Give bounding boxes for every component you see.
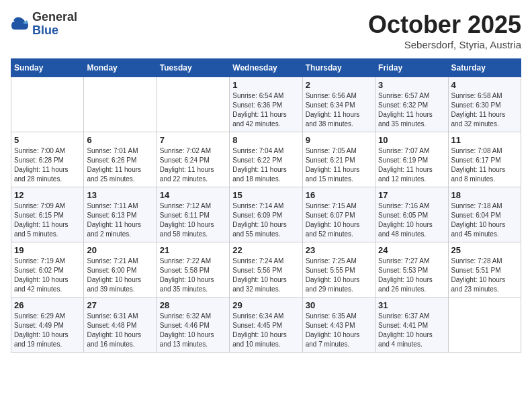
weekday-header-tuesday: Tuesday — [157, 59, 229, 77]
day-number: 3 — [378, 80, 445, 90]
day-info: Sunrise: 7:00 AM Sunset: 6:28 PM Dayligh… — [14, 146, 81, 184]
title-block: October 2025 Sebersdorf, Styria, Austria — [368, 11, 521, 50]
day-number: 11 — [451, 135, 518, 145]
month-title: October 2025 — [368, 11, 521, 39]
day-number: 17 — [378, 190, 445, 200]
day-info: Sunrise: 6:37 AM Sunset: 4:41 PM Dayligh… — [378, 312, 445, 349]
day-info: Sunrise: 6:58 AM Sunset: 6:30 PM Dayligh… — [451, 91, 518, 129]
calendar-cell: 13Sunrise: 7:11 AM Sunset: 6:13 PM Dayli… — [84, 187, 157, 242]
calendar-cell: 14Sunrise: 7:12 AM Sunset: 6:11 PM Dayli… — [157, 187, 229, 242]
calendar-cell: 30Sunrise: 6:35 AM Sunset: 4:43 PM Dayli… — [302, 298, 375, 353]
day-info: Sunrise: 7:25 AM Sunset: 5:55 PM Dayligh… — [306, 257, 372, 294]
weekday-header-thursday: Thursday — [302, 59, 375, 77]
day-info: Sunrise: 7:01 AM Sunset: 6:26 PM Dayligh… — [87, 146, 153, 184]
day-number: 28 — [160, 300, 226, 310]
day-info: Sunrise: 7:22 AM Sunset: 5:58 PM Dayligh… — [160, 257, 226, 294]
calendar-week-3: 12Sunrise: 7:09 AM Sunset: 6:15 PM Dayli… — [11, 187, 521, 242]
day-number: 31 — [378, 300, 445, 310]
day-info: Sunrise: 6:56 AM Sunset: 6:34 PM Dayligh… — [306, 91, 372, 129]
day-info: Sunrise: 7:07 AM Sunset: 6:19 PM Dayligh… — [378, 146, 445, 184]
day-info: Sunrise: 7:11 AM Sunset: 6:13 PM Dayligh… — [87, 201, 153, 239]
calendar-cell: 31Sunrise: 6:37 AM Sunset: 4:41 PM Dayli… — [375, 298, 448, 353]
weekday-header-saturday: Saturday — [448, 59, 521, 77]
calendar-cell: 12Sunrise: 7:09 AM Sunset: 6:15 PM Dayli… — [11, 187, 84, 242]
calendar-cell: 11Sunrise: 7:08 AM Sunset: 6:17 PM Dayli… — [448, 132, 521, 187]
day-number: 9 — [306, 135, 372, 145]
calendar-cell: 22Sunrise: 7:24 AM Sunset: 5:56 PM Dayli… — [230, 242, 302, 298]
calendar-cell: 18Sunrise: 7:18 AM Sunset: 6:04 PM Dayli… — [448, 187, 521, 242]
day-number: 30 — [306, 300, 372, 310]
calendar-cell: 4Sunrise: 6:58 AM Sunset: 6:30 PM Daylig… — [448, 77, 521, 132]
weekday-header-friday: Friday — [375, 59, 448, 77]
calendar-cell: 5Sunrise: 7:00 AM Sunset: 6:28 PM Daylig… — [11, 132, 84, 187]
day-info: Sunrise: 6:32 AM Sunset: 4:46 PM Dayligh… — [160, 312, 226, 349]
calendar-cell: 9Sunrise: 7:05 AM Sunset: 6:21 PM Daylig… — [302, 132, 375, 187]
weekday-header-wednesday: Wednesday — [230, 59, 302, 77]
day-number: 25 — [451, 245, 518, 255]
calendar-cell: 25Sunrise: 7:28 AM Sunset: 5:51 PM Dayli… — [448, 242, 521, 298]
calendar-cell — [84, 77, 157, 132]
logo-icon — [11, 15, 30, 34]
calendar-cell: 26Sunrise: 6:29 AM Sunset: 4:49 PM Dayli… — [11, 298, 84, 353]
calendar-cell: 23Sunrise: 7:25 AM Sunset: 5:55 PM Dayli… — [302, 242, 375, 298]
day-number: 6 — [87, 135, 153, 145]
calendar-cell: 7Sunrise: 7:02 AM Sunset: 6:24 PM Daylig… — [157, 132, 229, 187]
day-info: Sunrise: 7:09 AM Sunset: 6:15 PM Dayligh… — [14, 201, 81, 239]
day-number: 16 — [306, 190, 372, 200]
day-info: Sunrise: 7:02 AM Sunset: 6:24 PM Dayligh… — [160, 146, 226, 184]
day-info: Sunrise: 6:29 AM Sunset: 4:49 PM Dayligh… — [14, 312, 81, 349]
day-info: Sunrise: 7:27 AM Sunset: 5:53 PM Dayligh… — [378, 257, 445, 294]
day-number: 4 — [451, 80, 518, 90]
day-info: Sunrise: 7:08 AM Sunset: 6:17 PM Dayligh… — [451, 146, 518, 184]
calendar-cell: 21Sunrise: 7:22 AM Sunset: 5:58 PM Dayli… — [157, 242, 229, 298]
calendar-cell: 24Sunrise: 7:27 AM Sunset: 5:53 PM Dayli… — [375, 242, 448, 298]
calendar-cell: 17Sunrise: 7:16 AM Sunset: 6:05 PM Dayli… — [375, 187, 448, 242]
day-number: 29 — [232, 300, 299, 310]
day-number: 22 — [232, 245, 299, 255]
calendar-week-1: 1Sunrise: 6:54 AM Sunset: 6:36 PM Daylig… — [11, 77, 521, 132]
day-info: Sunrise: 7:21 AM Sunset: 6:00 PM Dayligh… — [87, 257, 153, 294]
logo-text: General Blue — [32, 11, 77, 38]
calendar-week-5: 26Sunrise: 6:29 AM Sunset: 4:49 PM Dayli… — [11, 298, 521, 353]
calendar-cell — [157, 77, 229, 132]
day-info: Sunrise: 7:16 AM Sunset: 6:05 PM Dayligh… — [378, 201, 445, 239]
day-number: 24 — [378, 245, 445, 255]
calendar-cell: 2Sunrise: 6:56 AM Sunset: 6:34 PM Daylig… — [302, 77, 375, 132]
day-info: Sunrise: 7:04 AM Sunset: 6:22 PM Dayligh… — [232, 146, 299, 184]
calendar-week-4: 19Sunrise: 7:19 AM Sunset: 6:02 PM Dayli… — [11, 242, 521, 298]
calendar-table: SundayMondayTuesdayWednesdayThursdayFrid… — [11, 58, 521, 353]
day-number: 23 — [306, 245, 372, 255]
day-number: 26 — [14, 300, 81, 310]
calendar-cell — [11, 77, 84, 132]
weekday-header-row: SundayMondayTuesdayWednesdayThursdayFrid… — [11, 59, 521, 77]
weekday-header-sunday: Sunday — [11, 59, 84, 77]
day-info: Sunrise: 7:12 AM Sunset: 6:11 PM Dayligh… — [160, 201, 226, 239]
calendar-cell: 19Sunrise: 7:19 AM Sunset: 6:02 PM Dayli… — [11, 242, 84, 298]
calendar-cell: 6Sunrise: 7:01 AM Sunset: 6:26 PM Daylig… — [84, 132, 157, 187]
day-info: Sunrise: 6:54 AM Sunset: 6:36 PM Dayligh… — [232, 91, 299, 129]
day-number: 20 — [87, 245, 153, 255]
location-subtitle: Sebersdorf, Styria, Austria — [368, 39, 521, 50]
day-info: Sunrise: 6:34 AM Sunset: 4:45 PM Dayligh… — [232, 312, 299, 349]
day-number: 14 — [160, 190, 226, 200]
calendar-cell: 28Sunrise: 6:32 AM Sunset: 4:46 PM Dayli… — [157, 298, 229, 353]
day-info: Sunrise: 7:14 AM Sunset: 6:09 PM Dayligh… — [232, 201, 299, 239]
calendar-cell: 8Sunrise: 7:04 AM Sunset: 6:22 PM Daylig… — [230, 132, 302, 187]
day-info: Sunrise: 7:18 AM Sunset: 6:04 PM Dayligh… — [451, 201, 518, 239]
day-info: Sunrise: 7:24 AM Sunset: 5:56 PM Dayligh… — [232, 257, 299, 294]
calendar-cell — [448, 298, 521, 353]
day-number: 1 — [232, 80, 299, 90]
day-number: 15 — [232, 190, 299, 200]
day-info: Sunrise: 7:19 AM Sunset: 6:02 PM Dayligh… — [14, 257, 81, 294]
day-number: 21 — [160, 245, 226, 255]
day-number: 8 — [232, 135, 299, 145]
calendar-cell: 3Sunrise: 6:57 AM Sunset: 6:32 PM Daylig… — [375, 77, 448, 132]
day-number: 12 — [14, 190, 81, 200]
calendar-cell: 16Sunrise: 7:15 AM Sunset: 6:07 PM Dayli… — [302, 187, 375, 242]
day-info: Sunrise: 7:28 AM Sunset: 5:51 PM Dayligh… — [451, 257, 518, 294]
weekday-header-monday: Monday — [84, 59, 157, 77]
day-info: Sunrise: 6:35 AM Sunset: 4:43 PM Dayligh… — [306, 312, 372, 349]
calendar-cell: 1Sunrise: 6:54 AM Sunset: 6:36 PM Daylig… — [230, 77, 302, 132]
day-number: 18 — [451, 190, 518, 200]
day-number: 2 — [306, 80, 372, 90]
